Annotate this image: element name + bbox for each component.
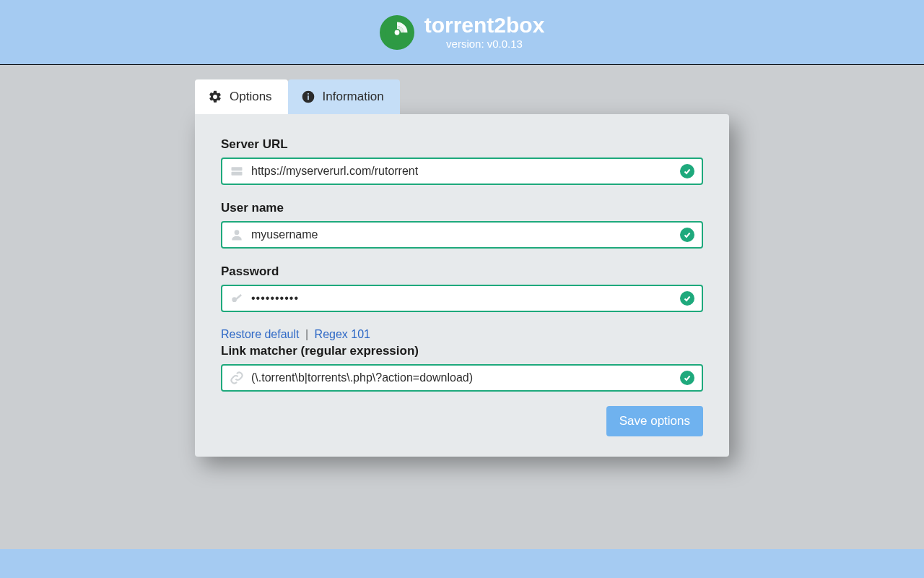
- server-url-input[interactable]: [251, 165, 673, 178]
- svg-point-7: [235, 230, 240, 235]
- tab-options[interactable]: Options: [195, 79, 288, 114]
- svg-rect-6: [232, 172, 243, 176]
- app-version: version: v0.0.13: [424, 38, 545, 50]
- svg-rect-3: [308, 95, 309, 100]
- link-matcher-input[interactable]: [251, 371, 673, 384]
- tab-label: Options: [230, 90, 272, 104]
- restore-default-link[interactable]: Restore default: [221, 328, 300, 340]
- svg-rect-5: [232, 167, 243, 171]
- check-circle-icon: [680, 371, 694, 385]
- gear-icon: [208, 90, 222, 104]
- check-circle-icon: [680, 164, 694, 178]
- input-wrap-server-url: [221, 158, 703, 185]
- brand: torrent2box version: v0.0.13: [0, 0, 924, 64]
- actions-row: Save options: [221, 406, 703, 436]
- tab-label: Information: [323, 90, 384, 104]
- header-banner: torrent2box version: v0.0.13: [0, 0, 924, 65]
- link-matcher-links: Restore default | Regex 101: [221, 328, 703, 341]
- svg-point-1: [394, 30, 399, 35]
- label-username: User name: [221, 201, 703, 215]
- regex101-link[interactable]: Regex 101: [315, 328, 370, 340]
- input-wrap-link-matcher: [221, 364, 703, 392]
- options-panel: Server URL User name: [195, 114, 729, 457]
- field-username: User name: [221, 201, 703, 249]
- label-server-url: Server URL: [221, 137, 703, 152]
- svg-rect-9: [235, 294, 242, 300]
- field-server-url: Server URL: [221, 137, 703, 185]
- tab-information[interactable]: Information: [288, 79, 400, 114]
- check-circle-icon: [680, 228, 694, 242]
- key-icon: [230, 291, 244, 306]
- link-icon: [230, 371, 244, 385]
- link-separator: |: [305, 328, 308, 340]
- save-options-button[interactable]: Save options: [606, 406, 703, 436]
- info-icon: [301, 90, 315, 104]
- user-icon: [230, 228, 244, 242]
- label-password: Password: [221, 264, 703, 279]
- svg-rect-4: [308, 93, 309, 95]
- password-input[interactable]: [251, 292, 673, 305]
- tab-bar: Options Information: [195, 79, 729, 114]
- brand-text: torrent2box version: v0.0.13: [424, 14, 545, 50]
- main-panel: Options Information Server URL User nam: [195, 79, 729, 457]
- server-icon: [230, 164, 244, 178]
- svg-point-8: [232, 297, 237, 302]
- label-link-matcher: Link matcher (regular expression): [221, 344, 703, 358]
- footer-banner: [0, 549, 924, 578]
- input-wrap-username: [221, 221, 703, 249]
- field-password: Password: [221, 264, 703, 312]
- username-input[interactable]: [251, 228, 673, 241]
- check-circle-icon: [680, 291, 694, 306]
- app-title: torrent2box: [424, 14, 545, 36]
- app-logo-icon: [380, 15, 414, 50]
- field-link-matcher: Restore default | Regex 101 Link matcher…: [221, 328, 703, 392]
- input-wrap-password: [221, 285, 703, 312]
